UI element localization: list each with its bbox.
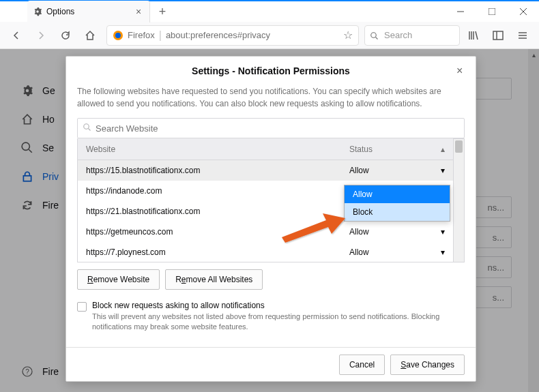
- chevron-down-icon: ▾: [441, 166, 445, 175]
- table-row[interactable]: https://getmeuncos.com Allow ▾: [77, 222, 454, 242]
- svg-line-19: [89, 129, 91, 131]
- table-scrollbar[interactable]: [454, 138, 465, 262]
- status-dropdown[interactable]: Allow ▾: [349, 227, 445, 237]
- permissions-table: Website Status ▴ https://15.blastnotific…: [77, 138, 465, 262]
- block-new-requests-row: Block new requests asking to allow notif…: [77, 301, 465, 333]
- search-icon: [370, 31, 380, 40]
- status-dropdown-menu: Allow Block: [344, 185, 450, 222]
- close-icon[interactable]: ×: [133, 6, 144, 17]
- dialog-title: Settings - Notification Permissions: [192, 65, 350, 76]
- remove-website-button[interactable]: Remove Website: [77, 269, 160, 290]
- search-bar[interactable]: Search: [364, 25, 460, 46]
- new-tab-button[interactable]: +: [153, 2, 172, 21]
- column-status[interactable]: Status ▴: [349, 145, 445, 154]
- sidebar-toggle-button[interactable]: [487, 25, 509, 46]
- svg-rect-1: [489, 8, 495, 15]
- firefox-icon: [113, 30, 123, 41]
- url-text: about:preferences#privacy: [166, 30, 343, 40]
- dialog-description: The following websites have requested to…: [77, 85, 465, 110]
- scroll-thumb[interactable]: [455, 140, 463, 153]
- action-row: Remove Website Remove All Websites: [77, 269, 465, 290]
- dropdown-option-allow[interactable]: Allow: [345, 185, 450, 203]
- search-placeholder: Search: [384, 30, 412, 40]
- close-icon[interactable]: ×: [456, 65, 467, 76]
- remove-all-websites-button[interactable]: Remove All Websites: [165, 269, 263, 290]
- browser-tab[interactable]: Options ×: [27, 1, 150, 22]
- back-button[interactable]: [5, 25, 27, 46]
- svg-point-18: [84, 124, 89, 130]
- window-controls: [445, 1, 539, 22]
- menu-button[interactable]: [512, 25, 534, 46]
- library-button[interactable]: [463, 25, 484, 46]
- table-row[interactable]: https://15.blastnotificationx.com Allow …: [77, 160, 454, 181]
- website-cell: https://15.blastnotificationx.com: [86, 166, 349, 175]
- search-website-field[interactable]: [77, 118, 465, 138]
- url-identity: Firefox: [128, 30, 155, 40]
- reload-button[interactable]: [55, 25, 76, 46]
- home-button[interactable]: [79, 25, 101, 46]
- svg-line-7: [376, 37, 378, 39]
- bookmark-star-icon[interactable]: ☆: [343, 29, 353, 42]
- website-cell: https://indanode.com: [86, 186, 349, 196]
- annotation-arrow-icon: [278, 210, 347, 247]
- search-icon: [83, 122, 91, 134]
- maximize-button[interactable]: [476, 1, 508, 22]
- chevron-down-icon: ▾: [441, 247, 445, 257]
- minimize-button[interactable]: [445, 1, 476, 22]
- chevron-down-icon: ▾: [441, 227, 445, 237]
- search-website-input[interactable]: [96, 123, 458, 134]
- dialog-header: Settings - Notification Permissions ×: [66, 57, 476, 85]
- svg-point-5: [115, 33, 121, 38]
- tab-title: Options: [46, 7, 133, 16]
- sort-up-icon: ▴: [441, 145, 445, 154]
- checkbox-label: Block new requests asking to allow notif…: [92, 301, 465, 310]
- gear-icon: [33, 7, 42, 16]
- dropdown-option-block[interactable]: Block: [345, 203, 450, 221]
- cancel-button[interactable]: Cancel: [339, 355, 385, 375]
- checkbox-description: This will prevent any websites not liste…: [92, 312, 465, 333]
- status-dropdown[interactable]: Allow ▾ Allow Block: [349, 166, 445, 175]
- titlebar: Options × +: [0, 0, 539, 22]
- website-cell: https://7.ploynest.com: [86, 247, 349, 257]
- notification-permissions-dialog: Settings - Notification Permissions × Th…: [65, 56, 476, 382]
- status-dropdown[interactable]: Allow ▾: [349, 247, 445, 257]
- dialog-footer: Cancel Save Changes: [66, 347, 476, 381]
- column-website[interactable]: Website: [86, 145, 349, 154]
- forward-button[interactable]: [30, 25, 52, 46]
- toolbar: Firefox | about:preferences#privacy ☆ Se…: [0, 22, 539, 49]
- dialog-body: The following websites have requested to…: [66, 85, 476, 347]
- svg-rect-8: [493, 31, 503, 40]
- url-bar[interactable]: Firefox | about:preferences#privacy ☆: [106, 25, 359, 46]
- svg-point-6: [371, 32, 377, 37]
- table-header: Website Status ▴: [77, 138, 454, 160]
- close-window-button[interactable]: [508, 1, 539, 22]
- table-row[interactable]: https://7.ploynest.com Allow ▾: [77, 242, 454, 262]
- block-new-requests-checkbox[interactable]: [77, 302, 87, 312]
- save-changes-button[interactable]: Save Changes: [390, 355, 465, 375]
